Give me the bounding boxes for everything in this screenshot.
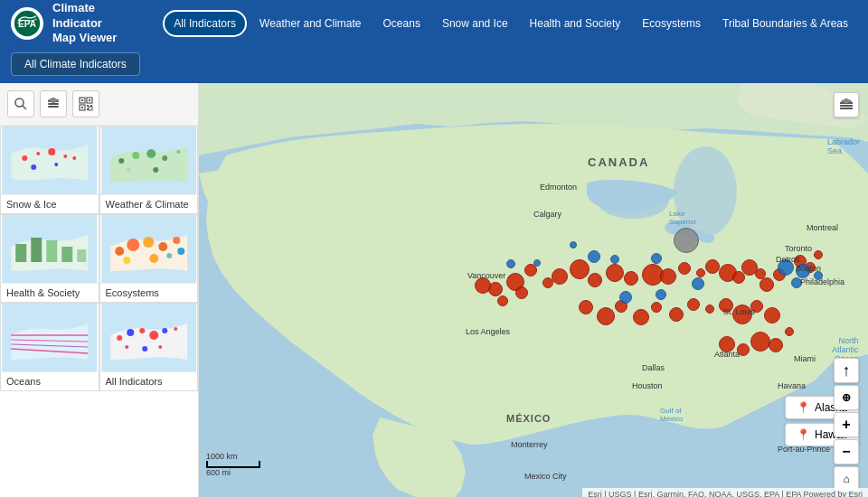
svg-rect-9 <box>81 99 83 101</box>
data-dot-red <box>732 305 752 324</box>
svg-point-44 <box>158 242 167 251</box>
zoom-out-button[interactable]: − <box>834 439 859 464</box>
data-dot-red <box>769 338 783 352</box>
data-dot-red <box>515 286 528 299</box>
nav-weather-climate[interactable]: Weather and Climate <box>250 12 371 35</box>
indicator-card-health[interactable]: Health & Society <box>0 214 99 303</box>
svg-point-49 <box>177 248 184 255</box>
svg-point-20 <box>36 152 40 155</box>
main-nav: All Indicators Weather and Climate Ocean… <box>163 10 857 37</box>
svg-rect-38 <box>61 247 72 262</box>
oceans-label: Oceans <box>1 371 99 390</box>
epa-svg-icon: EPA <box>14 10 41 37</box>
nav-snow-ice[interactable]: Snow and Ice <box>433 12 517 35</box>
data-dot-red <box>542 277 553 288</box>
weather-climate-label: Weather & Climate <box>100 194 198 213</box>
data-dot-red <box>687 298 700 311</box>
svg-point-25 <box>72 156 76 160</box>
indicator-card-snow-ice[interactable]: Snow & Ice <box>0 126 99 214</box>
qr-tool-button[interactable] <box>72 90 99 117</box>
indicator-card-ecosystems[interactable]: Ecosystems <box>99 214 199 303</box>
data-dot-red <box>552 268 568 285</box>
nav-oceans[interactable]: Oceans <box>374 12 429 35</box>
data-dot-blue <box>778 259 794 276</box>
subheader: All Climate Indicators <box>0 47 868 83</box>
indicator-card-all[interactable]: All Indicators <box>99 303 199 391</box>
indicator-card-oceans[interactable]: Oceans <box>0 303 99 391</box>
svg-point-27 <box>118 158 124 164</box>
snow-ice-label: Snow & Ice <box>1 194 99 213</box>
data-dot-red <box>719 336 735 352</box>
svg-rect-36 <box>31 238 42 262</box>
svg-point-48 <box>166 253 172 258</box>
nav-ecosystems[interactable]: Ecosystems <box>633 12 710 35</box>
svg-rect-5 <box>48 103 59 105</box>
data-dot-red <box>475 277 491 294</box>
svg-rect-16 <box>89 107 92 110</box>
data-dot-blue <box>791 277 802 288</box>
data-dot-red <box>633 309 649 325</box>
data-dot-blue <box>506 259 515 268</box>
data-dot-blue <box>814 271 823 280</box>
data-dot-blue <box>570 241 577 248</box>
location-icon: 📍 <box>797 428 810 441</box>
pan-north-button[interactable]: ↑ <box>834 358 859 383</box>
scale-label-mi: 600 mi <box>206 468 260 477</box>
svg-point-43 <box>143 237 154 248</box>
svg-rect-17 <box>87 108 89 110</box>
svg-rect-6 <box>48 106 59 108</box>
zoom-in-button[interactable]: + <box>834 412 859 437</box>
nav-tribal[interactable]: Tribal Boundaries & Areas <box>713 12 857 35</box>
data-dot-blue <box>533 259 541 267</box>
svg-point-63 <box>142 346 147 352</box>
layers-button[interactable] <box>834 92 859 117</box>
svg-point-2 <box>15 98 24 107</box>
svg-rect-73 <box>840 108 853 109</box>
indicator-card-weather[interactable]: Weather & Climate <box>99 126 199 214</box>
snow-ice-thumbnail <box>1 127 99 194</box>
scale-line <box>206 461 260 468</box>
svg-point-59 <box>149 331 158 340</box>
data-dot-blue <box>651 253 662 264</box>
svg-rect-37 <box>46 240 57 262</box>
svg-point-22 <box>63 155 67 158</box>
map-area[interactable]: 📍 Alaska 📍 Hawaii ↑ ⊕ + − ⌂ 1000 km 600 … <box>199 83 868 497</box>
layers-icon <box>46 97 61 111</box>
health-society-label: Health & Society <box>1 283 99 302</box>
location-icon: 📍 <box>797 401 810 414</box>
scale-label-km: 1000 km <box>206 452 260 461</box>
data-dot-red <box>597 307 615 325</box>
navigation-controls: ↑ ⊕ + − ⌂ <box>834 358 859 492</box>
sidebar-toolbar <box>0 83 198 126</box>
nav-health-society[interactable]: Health and Society <box>521 12 630 35</box>
svg-point-46 <box>123 257 130 264</box>
data-dot-red <box>588 273 602 287</box>
data-dot-red <box>579 300 593 314</box>
svg-line-3 <box>23 106 26 109</box>
all-climate-indicators-button[interactable]: All Climate Indicators <box>11 52 140 76</box>
data-dot-red <box>785 327 794 336</box>
search-tool-button[interactable] <box>7 90 34 117</box>
svg-rect-72 <box>840 105 853 107</box>
svg-point-70 <box>700 234 714 243</box>
data-dot-blue <box>610 255 619 264</box>
data-dot-blue <box>588 250 600 263</box>
data-dot-red <box>660 268 676 285</box>
indicator-grid: Snow & Ice Wea <box>0 126 198 391</box>
data-dot-blue <box>619 291 632 304</box>
map-attribution: Esri | USGS | Esri, Garmin, FAO, NOAA, U… <box>582 488 868 497</box>
compass-button[interactable]: ⊕ <box>834 385 859 410</box>
svg-point-57 <box>127 329 134 336</box>
svg-point-32 <box>127 168 130 172</box>
ecosystems-thumbnail <box>100 215 198 283</box>
oceans-thumbnail <box>1 304 99 371</box>
data-dot-blue <box>656 289 666 300</box>
scale-bar: 1000 km 600 mi <box>206 452 260 477</box>
data-dot-red <box>760 277 774 292</box>
svg-point-45 <box>173 237 180 244</box>
svg-point-23 <box>31 164 36 170</box>
layers-map-icon <box>839 98 854 112</box>
layers-tool-button[interactable] <box>40 90 67 117</box>
data-dot-red <box>719 298 733 313</box>
nav-all-indicators[interactable]: All Indicators <box>163 10 247 37</box>
